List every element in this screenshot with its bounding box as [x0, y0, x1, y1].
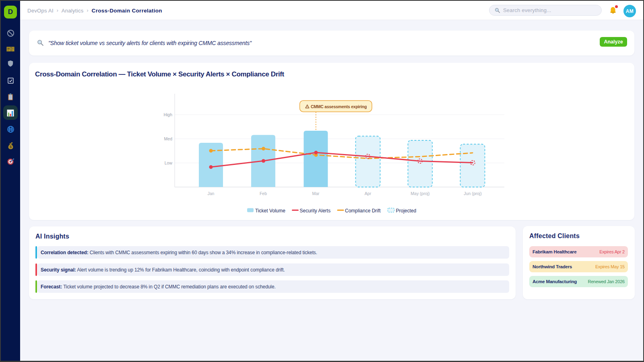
svg-text:Apr: Apr — [365, 191, 372, 196]
svg-text:Med: Med — [164, 136, 173, 141]
svg-text:Jan: Jan — [208, 191, 215, 196]
svg-text:CMMC assessments expiring: CMMC assessments expiring — [311, 104, 367, 109]
svg-text:High: High — [163, 112, 172, 117]
svg-text:May (proj): May (proj) — [411, 191, 429, 196]
svg-text:Feb: Feb — [260, 191, 267, 196]
svg-text:Compliance Drift: Compliance Drift — [345, 208, 381, 214]
svg-text:Mar: Mar — [312, 191, 320, 196]
svg-text:Ticket Volume: Ticket Volume — [255, 208, 285, 214]
svg-text:Security Alerts: Security Alerts — [300, 208, 331, 214]
svg-text:Jun (proj): Jun (proj) — [464, 191, 481, 196]
svg-text:$: $ — [9, 144, 11, 148]
svg-text:Low: Low — [165, 160, 173, 165]
svg-text:Projected: Projected — [396, 208, 417, 214]
